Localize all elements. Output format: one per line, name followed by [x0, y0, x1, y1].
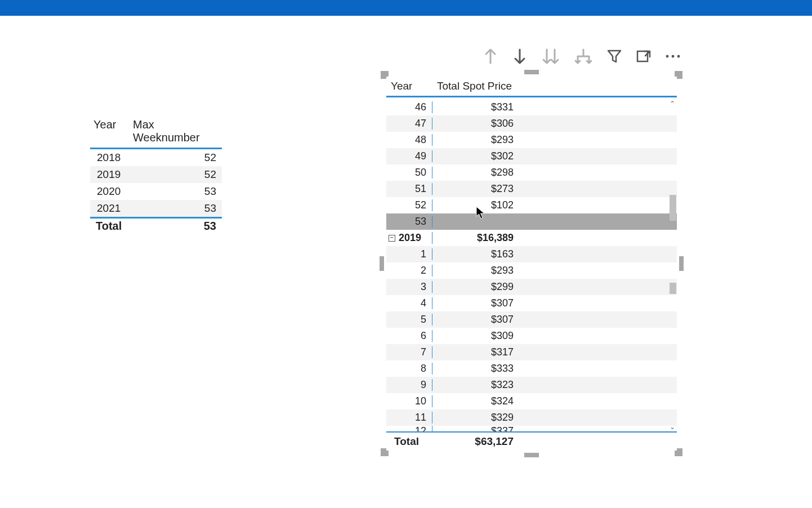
table-row[interactable]: 53 [386, 213, 677, 230]
table-row[interactable]: 6$309 [386, 328, 677, 344]
table-row[interactable]: 11$329 [386, 409, 677, 426]
total-label: Total [386, 435, 432, 448]
row-header: 46 [386, 101, 432, 113]
resize-handle[interactable] [679, 256, 684, 271]
cell-value: $317 [432, 346, 519, 358]
table-row[interactable]: 48$293 [386, 132, 677, 148]
scrollbar-thumb[interactable] [670, 195, 676, 221]
table-row[interactable]: 10$324 [386, 393, 677, 409]
report-canvas: Year Max Weeknumber 20185220195220205320… [0, 16, 812, 508]
scroll-down-icon[interactable]: ⌄ [668, 422, 677, 431]
scroll-up-icon[interactable]: ⌃ [668, 99, 677, 108]
total-value: 53 [130, 220, 222, 233]
table-total-row: Total $63,127 [386, 431, 677, 451]
table-row[interactable]: 3$299 [386, 279, 677, 295]
row-header: −2019 [386, 232, 432, 244]
focus-mode-icon[interactable] [635, 48, 652, 65]
cell-value: $298 [432, 167, 519, 179]
row-header: 49 [386, 150, 432, 162]
cell-value: $329 [432, 412, 519, 424]
row-header: 12 [386, 426, 432, 431]
row-header: 8 [386, 363, 432, 375]
row-header: 7 [386, 346, 432, 358]
cell-value: $273 [432, 183, 519, 195]
table-row[interactable]: 12$337 [386, 426, 677, 431]
table-row[interactable]: 4$307 [386, 295, 677, 311]
cell-value: $307 [432, 297, 519, 309]
svg-point-1 [666, 55, 669, 58]
resize-handle[interactable] [524, 70, 539, 74]
cell-value: $102 [432, 199, 519, 211]
row-header: 2 [386, 265, 432, 277]
cell-value: $163 [432, 248, 519, 260]
cell-year: 2019 [90, 168, 130, 181]
row-header: 6 [386, 330, 432, 342]
table-row[interactable]: 49$302 [386, 148, 677, 164]
drill-up-icon[interactable] [482, 47, 499, 65]
next-level-icon[interactable] [541, 47, 561, 65]
table-row[interactable]: 7$317 [386, 344, 677, 360]
table-row[interactable]: 201852 [90, 149, 222, 166]
table-row[interactable]: 202153 [90, 200, 222, 217]
row-header: 10 [386, 395, 432, 407]
row-header: 51 [386, 183, 432, 195]
table-viewport[interactable]: 46$33147$30648$29349$30250$29851$27352$1… [386, 99, 677, 431]
cell-value: $337 [432, 426, 519, 431]
cell-value: $324 [432, 395, 519, 407]
svg-point-3 [677, 55, 680, 58]
row-header: 48 [386, 134, 432, 146]
table-row[interactable]: 9$323 [386, 377, 677, 393]
table-row[interactable]: 50$298 [386, 164, 677, 181]
cell-year: 2020 [90, 185, 130, 198]
row-header: 9 [386, 379, 432, 391]
cell-value: $323 [432, 379, 519, 391]
row-header: 52 [386, 199, 432, 211]
table-row[interactable]: 52$102 [386, 197, 677, 213]
cell-value: 53 [130, 202, 222, 215]
resize-handle[interactable] [380, 256, 384, 271]
row-header: 47 [386, 118, 432, 130]
cell-value: $302 [432, 150, 519, 162]
table-row[interactable]: 47$306 [386, 115, 677, 132]
cell-value: $331 [432, 101, 519, 113]
cell-value: $16,389 [432, 232, 519, 244]
resize-handle[interactable] [524, 453, 539, 457]
table-row[interactable]: 5$307 [386, 311, 677, 328]
cell-value: $306 [432, 118, 519, 130]
table-row[interactable]: 46$331 [386, 99, 677, 115]
max-weeknumber-table[interactable]: Year Max Weeknumber 20185220195220205320… [90, 116, 222, 234]
cell-value: $299 [432, 281, 519, 293]
expand-hierarchy-icon[interactable] [573, 47, 594, 65]
svg-point-2 [672, 55, 675, 58]
cell-year: 2018 [90, 151, 130, 164]
table-row[interactable]: 8$333 [386, 360, 677, 377]
more-options-icon[interactable] [664, 53, 681, 60]
column-header-year[interactable]: Year [90, 116, 130, 148]
matrix-body: Year Total Spot Price 46$33147$30648$293… [386, 77, 677, 451]
column-header-spotprice[interactable]: Total Spot Price [437, 80, 677, 92]
table-total-row: Total 53 [90, 217, 222, 234]
table-row[interactable]: 202053 [90, 183, 222, 200]
group-label: 2019 [399, 232, 421, 244]
filter-icon[interactable] [606, 48, 623, 65]
collapse-icon[interactable]: − [389, 235, 395, 242]
table-row[interactable]: 51$273 [386, 181, 677, 197]
cell-value: $309 [432, 330, 519, 342]
spot-price-matrix-visual[interactable]: Year Total Spot Price 46$33147$30648$293… [382, 72, 681, 455]
row-header: 1 [386, 248, 432, 260]
table-row[interactable]: 201952 [90, 166, 222, 183]
group-row[interactable]: −2019$16,389 [386, 230, 677, 246]
row-header: 3 [386, 281, 432, 293]
cell-value: $307 [432, 314, 519, 326]
column-header-year[interactable]: Year [391, 80, 437, 92]
table-row[interactable]: 1$163 [386, 246, 677, 262]
column-header-maxweek[interactable]: Max Weeknumber [130, 116, 222, 148]
table-row[interactable]: 2$293 [386, 262, 677, 279]
table-header-row: Year Total Spot Price [386, 77, 677, 97]
drill-down-icon[interactable] [511, 47, 528, 65]
cell-value: 52 [130, 151, 222, 164]
cell-value: $293 [432, 265, 519, 277]
scrollbar-thumb[interactable] [670, 283, 676, 294]
visual-action-bar [482, 47, 681, 65]
vertical-scrollbar[interactable]: ⌃ ⌄ [668, 99, 677, 431]
